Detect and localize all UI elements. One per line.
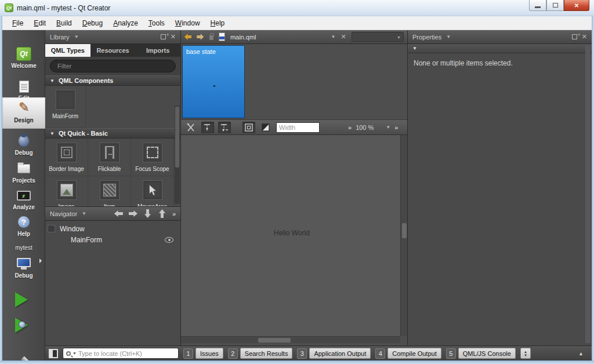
kit-selector[interactable]: Debug [2,253,45,284]
pane-search-number[interactable]: 2 [228,348,238,359]
pane-cycle-spinner[interactable]: ▲ ▼ [520,348,531,359]
pane-appout-number[interactable]: 3 [297,348,307,359]
library-item-flickable[interactable]: Flickable [88,139,131,176]
no-snapping-button[interactable] [184,122,197,133]
editor-split-combo[interactable]: ▼ [352,32,404,42]
locate-input[interactable] [78,350,175,357]
move-down-icon[interactable] [144,209,151,218]
menu-window[interactable]: Window [170,17,205,29]
window-titlebar[interactable]: Qt main.qml - mytest - Qt Creator ✕ [0,0,594,16]
focus-scope-icon [143,143,162,162]
snap-with-anchors-button[interactable] [218,122,231,133]
locate-box[interactable]: ▼ [63,348,179,359]
menu-tools[interactable]: Tools [143,17,170,29]
library-split-icon[interactable] [161,34,166,39]
navigator-overflow-icon[interactable]: » [172,210,176,217]
library-item-focus-scope[interactable]: Focus Scope [131,139,174,176]
pane-qmljs-button[interactable]: QML/JS Console [458,348,516,359]
window-export-checkbox[interactable] [48,225,55,232]
menu-debug[interactable]: Debug [77,17,108,29]
canvas-vertical-scrollbar[interactable] [400,135,407,336]
library-title-caret-icon[interactable]: ▼ [74,34,79,39]
move-right-icon[interactable] [129,210,137,217]
move-left-icon[interactable] [114,210,123,217]
close-button[interactable]: ✕ [564,0,589,11]
visibility-eye-icon[interactable] [165,237,173,243]
toolbar-overflow-icon[interactable]: » [348,124,352,131]
properties-scrollbar[interactable] [585,45,591,343]
library-close-icon[interactable]: ✕ [171,33,176,41]
pane-search-results: 2 Search Results [228,348,293,359]
canvas-vscroll-thumb[interactable] [402,223,407,238]
go-forward-icon[interactable] [197,34,204,40]
snap-to-parent-button[interactable] [201,122,214,133]
menu-edit[interactable]: Edit [28,17,51,29]
zoom-caret-icon[interactable]: ▼ [386,125,390,130]
tree-item-window[interactable]: Window [45,223,180,234]
library-item-item[interactable]: Item [88,176,131,206]
properties-close-icon[interactable]: ✕ [582,33,587,41]
open-document-name[interactable]: main.qml [230,34,256,41]
section-qml-components[interactable]: ▼ QML Components [45,75,180,86]
edit-document-icon [19,81,29,93]
mode-debug[interactable]: Debug [2,132,45,161]
pane-compile-number[interactable]: 4 [375,348,385,359]
document-close-icon[interactable]: ✕ [341,33,346,41]
canvas-hscroll-thumb[interactable] [258,338,291,343]
document-combo-caret-icon[interactable]: ▼ [331,34,336,39]
tab-qml-types[interactable]: QML Types [45,44,90,57]
maximize-button[interactable] [546,0,564,11]
mode-help[interactable]: ? Help [2,213,45,242]
menu-file[interactable]: File [7,17,28,29]
width-input[interactable] [276,122,320,133]
properties-title-caret-icon[interactable]: ▼ [446,34,451,39]
toggle-background-button[interactable] [259,122,272,133]
spinner-down-icon: ▼ [524,354,527,357]
library-scrollbar-thumb[interactable] [175,107,179,168]
mode-welcome[interactable]: Qt Welcome [2,45,45,74]
library-item-mainform[interactable]: MainForm [45,86,86,128]
library-filter-row [45,57,180,75]
properties-split-icon[interactable] [572,34,577,39]
pane-appout-button[interactable]: Application Output [309,348,371,359]
qt-quick-grid-row1: Border Image Flickable Focus Scope [45,139,180,176]
library-item-border-image[interactable]: Border Image [45,139,88,176]
show-bounding-rects-button[interactable] [242,122,255,133]
navigator-titlebar: Navigator ▼ » [45,207,180,221]
library-item-mousearea[interactable]: MouseArea [131,176,174,206]
item-icon [100,180,119,200]
output-expand-icon[interactable]: ▲ [578,351,584,356]
pane-issues-number[interactable]: 1 [183,348,193,359]
menu-help[interactable]: Help [205,17,230,29]
minimize-button[interactable] [529,0,546,11]
mode-design[interactable]: ✎ Design [2,97,45,129]
pane-qmljs-number[interactable]: 5 [446,348,456,359]
go-back-icon[interactable] [184,34,191,40]
form-canvas[interactable]: Hello World [181,135,407,336]
design-editor: main.qml ▼ ✕ ▼ base state [181,30,407,345]
pane-search-button[interactable]: Search Results [240,348,293,359]
section-qt-quick-basic[interactable]: ▼ Qt Quick - Basic [45,128,180,139]
mode-projects[interactable]: Projects [2,160,45,189]
move-up-icon[interactable] [159,209,165,218]
menu-build[interactable]: Build [51,17,77,29]
tree-item-mainform[interactable]: MainForm [45,234,180,245]
canvas-hello-world-text[interactable]: Hello World [274,229,310,237]
filter-input[interactable] [50,60,176,72]
pane-issues-button[interactable]: Issues [195,348,223,359]
library-item-image[interactable]: Image [45,176,88,206]
tab-resources[interactable]: Resources [90,44,136,57]
navigator-title-caret-icon[interactable]: ▼ [82,211,86,216]
sidebar-toggle-icon[interactable] [49,349,58,358]
locate-caret-icon[interactable]: ▼ [73,351,77,355]
base-state-card[interactable]: base state [182,45,245,118]
toolbar-overflow2-icon[interactable]: » [394,124,398,131]
pane-compile-button[interactable]: Compile Output [387,348,441,359]
properties-section-strip[interactable]: ▼ [408,44,592,53]
mode-analyze[interactable]: Analyze [2,187,45,216]
menu-analyze[interactable]: Analyze [108,17,143,29]
library-scrollbar[interactable] [175,105,180,204]
canvas-horizontal-scrollbar[interactable] [181,336,400,343]
run-button[interactable] [15,292,28,307]
tab-imports[interactable]: Imports [135,44,180,57]
